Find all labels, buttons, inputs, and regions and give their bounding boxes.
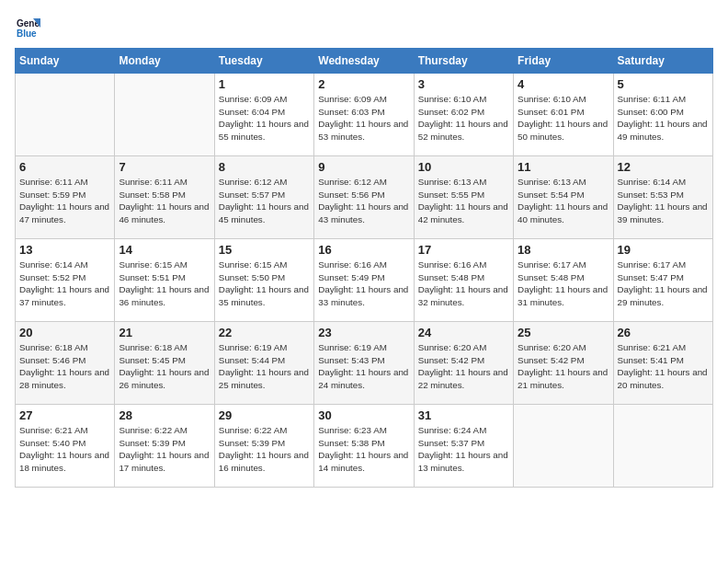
day-number: 14 [119,243,210,257]
calendar-cell: 22Sunrise: 6:19 AMSunset: 5:44 PMDayligh… [214,322,313,405]
day-number: 28 [119,408,210,422]
day-number: 4 [518,77,609,91]
calendar-body: 1Sunrise: 6:09 AMSunset: 6:04 PMDaylight… [16,74,713,488]
day-info: Sunrise: 6:16 AMSunset: 5:48 PMDaylight:… [418,259,509,309]
day-info: Sunrise: 6:21 AMSunset: 5:40 PMDaylight:… [19,424,110,475]
calendar-cell [115,74,214,156]
day-info: Sunrise: 6:17 AMSunset: 5:48 PMDaylight:… [518,259,609,309]
day-info: Sunrise: 6:12 AMSunset: 5:57 PMDaylight:… [219,176,310,226]
week-row-1: 1Sunrise: 6:09 AMSunset: 6:04 PMDaylight… [16,74,713,156]
calendar-cell: 5Sunrise: 6:11 AMSunset: 6:00 PMDaylight… [613,74,712,156]
day-number: 29 [219,408,310,422]
calendar-cell: 9Sunrise: 6:12 AMSunset: 5:56 PMDaylight… [314,156,414,239]
day-info: Sunrise: 6:17 AMSunset: 5:47 PMDaylight:… [618,259,709,309]
day-number: 25 [518,326,609,339]
column-header-saturday: Saturday [613,49,712,74]
day-number: 15 [219,243,310,257]
week-row-4: 20Sunrise: 6:18 AMSunset: 5:46 PMDayligh… [16,322,713,405]
day-number: 6 [19,160,110,174]
day-info: Sunrise: 6:19 AMSunset: 5:44 PMDaylight:… [219,341,310,392]
week-row-2: 6Sunrise: 6:11 AMSunset: 5:59 PMDaylight… [16,156,713,239]
svg-text:Blue: Blue [17,29,37,39]
calendar-cell: 20Sunrise: 6:18 AMSunset: 5:46 PMDayligh… [16,322,115,405]
calendar-cell: 25Sunrise: 6:20 AMSunset: 5:42 PMDayligh… [514,322,613,405]
day-number: 16 [318,243,409,257]
day-info: Sunrise: 6:12 AMSunset: 5:56 PMDaylight:… [318,176,409,226]
calendar-cell: 17Sunrise: 6:16 AMSunset: 5:48 PMDayligh… [414,239,513,322]
day-info: Sunrise: 6:14 AMSunset: 5:52 PMDaylight:… [19,259,110,309]
calendar-table: SundayMondayTuesdayWednesdayThursdayFrid… [15,48,713,488]
day-number: 13 [19,243,110,257]
column-header-tuesday: Tuesday [214,49,313,74]
day-info: Sunrise: 6:13 AMSunset: 5:55 PMDaylight:… [418,176,509,226]
column-header-thursday: Thursday [414,49,513,74]
calendar-cell: 1Sunrise: 6:09 AMSunset: 6:04 PMDaylight… [214,74,313,156]
day-number: 9 [318,160,409,174]
day-number: 20 [19,326,110,339]
day-number: 30 [318,408,409,422]
day-info: Sunrise: 6:14 AMSunset: 5:53 PMDaylight:… [618,176,709,226]
calendar-cell: 4Sunrise: 6:10 AMSunset: 6:01 PMDaylight… [514,74,613,156]
calendar-cell [613,405,712,488]
calendar-cell: 21Sunrise: 6:18 AMSunset: 5:45 PMDayligh… [115,322,214,405]
calendar-cell: 15Sunrise: 6:15 AMSunset: 5:50 PMDayligh… [214,239,313,322]
day-number: 8 [219,160,310,174]
day-info: Sunrise: 6:24 AMSunset: 5:37 PMDaylight:… [418,424,509,475]
day-number: 3 [418,77,509,91]
day-info: Sunrise: 6:20 AMSunset: 5:42 PMDaylight:… [518,341,609,392]
day-number: 24 [418,326,509,339]
day-number: 18 [518,243,609,257]
header: General Blue [15,15,713,40]
calendar-cell: 2Sunrise: 6:09 AMSunset: 6:03 PMDaylight… [314,74,414,156]
day-number: 7 [119,160,210,174]
calendar-cell: 3Sunrise: 6:10 AMSunset: 6:02 PMDaylight… [414,74,513,156]
calendar-cell: 23Sunrise: 6:19 AMSunset: 5:43 PMDayligh… [314,322,414,405]
column-header-sunday: Sunday [16,49,115,74]
calendar-cell: 18Sunrise: 6:17 AMSunset: 5:48 PMDayligh… [514,239,613,322]
calendar-header: SundayMondayTuesdayWednesdayThursdayFrid… [16,49,713,74]
calendar-cell: 13Sunrise: 6:14 AMSunset: 5:52 PMDayligh… [16,239,115,322]
calendar-cell: 29Sunrise: 6:22 AMSunset: 5:39 PMDayligh… [214,405,313,488]
day-number: 31 [418,408,509,422]
day-info: Sunrise: 6:10 AMSunset: 6:02 PMDaylight:… [418,93,509,144]
calendar-cell: 24Sunrise: 6:20 AMSunset: 5:42 PMDayligh… [414,322,513,405]
calendar-cell: 27Sunrise: 6:21 AMSunset: 5:40 PMDayligh… [16,405,115,488]
day-info: Sunrise: 6:15 AMSunset: 5:51 PMDaylight:… [119,259,210,309]
logo: General Blue [15,15,44,40]
calendar-cell: 6Sunrise: 6:11 AMSunset: 5:59 PMDaylight… [16,156,115,239]
column-header-monday: Monday [115,49,214,74]
calendar-cell: 19Sunrise: 6:17 AMSunset: 5:47 PMDayligh… [613,239,712,322]
calendar-cell: 12Sunrise: 6:14 AMSunset: 5:53 PMDayligh… [613,156,712,239]
day-info: Sunrise: 6:23 AMSunset: 5:38 PMDaylight:… [318,424,409,475]
day-number: 10 [418,160,509,174]
day-number: 1 [219,77,310,91]
day-info: Sunrise: 6:18 AMSunset: 5:45 PMDaylight:… [119,341,210,392]
day-info: Sunrise: 6:13 AMSunset: 5:54 PMDaylight:… [518,176,609,226]
day-number: 26 [618,326,709,339]
calendar-cell [514,405,613,488]
column-header-friday: Friday [514,49,613,74]
day-number: 21 [119,326,210,339]
day-info: Sunrise: 6:19 AMSunset: 5:43 PMDaylight:… [318,341,409,392]
day-info: Sunrise: 6:16 AMSunset: 5:49 PMDaylight:… [318,259,409,309]
day-info: Sunrise: 6:18 AMSunset: 5:46 PMDaylight:… [19,341,110,392]
calendar-cell: 26Sunrise: 6:21 AMSunset: 5:41 PMDayligh… [613,322,712,405]
logo-icon: General Blue [15,15,40,40]
day-info: Sunrise: 6:11 AMSunset: 5:59 PMDaylight:… [19,176,110,226]
calendar-cell: 31Sunrise: 6:24 AMSunset: 5:37 PMDayligh… [414,405,513,488]
column-header-wednesday: Wednesday [314,49,414,74]
week-row-3: 13Sunrise: 6:14 AMSunset: 5:52 PMDayligh… [16,239,713,322]
header-row: SundayMondayTuesdayWednesdayThursdayFrid… [16,49,713,74]
day-number: 5 [618,77,709,91]
day-info: Sunrise: 6:22 AMSunset: 5:39 PMDaylight:… [119,424,210,475]
calendar-cell [16,74,115,156]
day-info: Sunrise: 6:09 AMSunset: 6:04 PMDaylight:… [219,93,310,144]
day-number: 23 [318,326,409,339]
day-number: 17 [418,243,509,257]
day-number: 27 [19,408,110,422]
day-number: 12 [618,160,709,174]
day-info: Sunrise: 6:10 AMSunset: 6:01 PMDaylight:… [518,93,609,144]
calendar-cell: 16Sunrise: 6:16 AMSunset: 5:49 PMDayligh… [314,239,414,322]
day-info: Sunrise: 6:11 AMSunset: 5:58 PMDaylight:… [119,176,210,226]
calendar-cell: 8Sunrise: 6:12 AMSunset: 5:57 PMDaylight… [214,156,313,239]
